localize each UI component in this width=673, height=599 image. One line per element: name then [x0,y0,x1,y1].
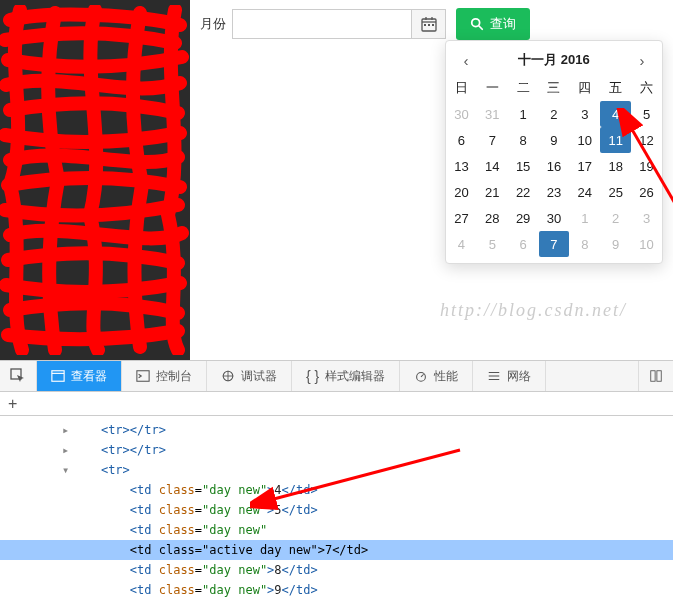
tab-inspector[interactable]: 查看器 [37,361,122,391]
source-line[interactable]: <td class="day new">9</td> [62,580,673,599]
day-cell[interactable]: 8 [508,127,539,153]
day-cell[interactable]: 10 [631,231,662,257]
day-cell[interactable]: 19 [631,153,662,179]
day-cell[interactable]: 20 [446,179,477,205]
svg-rect-13 [137,371,149,382]
weekday-header: 四 [569,75,600,101]
day-cell[interactable]: 30 [446,101,477,127]
svg-rect-6 [432,24,434,26]
datepicker-title[interactable]: 十一月 2016 [518,51,590,69]
tab-performance[interactable]: 性能 [400,361,473,391]
query-button[interactable]: 查询 [456,8,530,40]
watermark-text: http://blog.csdn.net/ [440,300,627,321]
devtools-tabbar: 查看器 控制台 调试器 { } 样式编辑器 性能 网络 [0,360,673,392]
svg-rect-5 [428,24,430,26]
day-cell[interactable]: 7 [539,231,570,257]
day-cell[interactable]: 6 [508,231,539,257]
day-cell[interactable]: 5 [477,231,508,257]
search-icon [470,17,484,31]
weekday-header: 二 [508,75,539,101]
day-cell[interactable]: 10 [569,127,600,153]
weekday-header: 三 [539,75,570,101]
source-line[interactable]: ▸ <tr></tr> [62,440,673,460]
day-cell[interactable]: 28 [477,205,508,231]
weekday-header: 五 [600,75,631,101]
new-tab-button[interactable]: + [0,392,673,416]
calendar-button[interactable] [412,9,446,39]
day-cell[interactable]: 15 [508,153,539,179]
tab-debugger-label: 调试器 [241,368,277,385]
day-cell[interactable]: 22 [508,179,539,205]
day-cell[interactable]: 17 [569,153,600,179]
tab-console[interactable]: 控制台 [122,361,207,391]
sidebar-redacted [0,0,190,360]
day-cell[interactable]: 30 [539,205,570,231]
month-input[interactable] [232,9,412,39]
svg-line-18 [421,374,424,377]
weekday-header: 一 [477,75,508,101]
tab-console-label: 控制台 [156,368,192,385]
month-label: 月份 [200,15,226,33]
day-cell[interactable]: 12 [631,127,662,153]
source-line[interactable]: <td class="active day new">7</td> [0,540,673,560]
day-cell[interactable]: 21 [477,179,508,205]
day-cell[interactable]: 8 [569,231,600,257]
svg-line-8 [479,26,483,30]
svg-rect-23 [657,371,661,382]
tab-inspector-label: 查看器 [71,368,107,385]
svg-rect-11 [52,371,64,382]
day-cell[interactable]: 26 [631,179,662,205]
day-cell[interactable]: 16 [539,153,570,179]
day-cell[interactable]: 1 [508,101,539,127]
day-cell[interactable]: 6 [446,127,477,153]
day-cell[interactable]: 29 [508,205,539,231]
source-line[interactable]: <td class="day new">5</td> [62,500,673,520]
tab-style-editor[interactable]: { } 样式编辑器 [292,361,400,391]
tab-network-label: 网络 [507,368,531,385]
day-cell[interactable]: 25 [600,179,631,205]
weekday-header: 六 [631,75,662,101]
day-cell[interactable]: 27 [446,205,477,231]
tab-style-label: 样式编辑器 [325,368,385,385]
calendar-icon [421,16,437,32]
query-button-label: 查询 [490,15,516,33]
day-cell[interactable]: 7 [477,127,508,153]
day-cell[interactable]: 4 [446,231,477,257]
source-line[interactable]: <td class="day new">4</td> [62,480,673,500]
source-line[interactable]: ▾ <tr> [62,460,673,480]
day-cell[interactable]: 11 [600,127,631,153]
day-cell[interactable]: 24 [569,179,600,205]
datepicker-grid: 日一二三四五六 30311234567891011121314151617181… [446,75,662,257]
prev-month-button[interactable]: ‹ [456,52,476,69]
svg-rect-4 [424,24,426,26]
day-cell[interactable]: 18 [600,153,631,179]
day-cell[interactable]: 13 [446,153,477,179]
tab-debugger[interactable]: 调试器 [207,361,292,391]
day-cell[interactable]: 3 [631,205,662,231]
day-cell[interactable]: 1 [569,205,600,231]
tab-perf-label: 性能 [434,368,458,385]
source-line[interactable]: <td class="day new">8</td> [62,560,673,580]
next-month-button[interactable]: › [632,52,652,69]
svg-rect-22 [651,371,655,382]
devtools-options-icon[interactable] [638,361,673,391]
day-cell[interactable]: 31 [477,101,508,127]
tab-network[interactable]: 网络 [473,361,546,391]
day-cell[interactable]: 3 [569,101,600,127]
day-cell[interactable]: 14 [477,153,508,179]
html-source-panel[interactable]: ▸ <tr></tr>▸ <tr></tr>▾ <tr> <td class="… [0,416,673,599]
datepicker-popup: ‹ 十一月 2016 › 日一二三四五六 3031123456789101112… [445,40,663,264]
day-cell[interactable]: 2 [600,205,631,231]
source-line[interactable]: <td class="day new" [62,520,673,540]
day-cell[interactable]: 23 [539,179,570,205]
day-cell[interactable]: 9 [539,127,570,153]
inspect-element-icon[interactable] [0,361,37,391]
day-cell[interactable]: 2 [539,101,570,127]
source-line[interactable]: ▸ <tr></tr> [62,420,673,440]
day-cell[interactable]: 9 [600,231,631,257]
day-cell[interactable]: 4 [600,101,631,127]
weekday-header: 日 [446,75,477,101]
day-cell[interactable]: 5 [631,101,662,127]
